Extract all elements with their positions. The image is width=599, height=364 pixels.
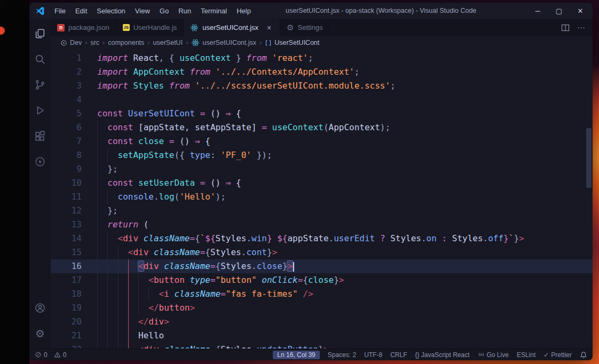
token: < <box>118 233 123 243</box>
activity-extensions-icon[interactable] <box>29 123 51 149</box>
code-line[interactable]: 4 <box>51 93 593 107</box>
status-spaces-2[interactable]: Spaces: 2 <box>328 351 356 359</box>
menu-item-file[interactable]: File <box>50 5 70 17</box>
breadcrumb-item-src[interactable]: src <box>89 39 100 46</box>
status-javascript-react[interactable]: {} JavaScript React <box>415 351 469 359</box>
code-line[interactable]: 18 <i className="fas fa-times" /> <box>51 287 593 301</box>
status-0[interactable]: 0 <box>54 351 67 359</box>
status-go-live[interactable]: Go Live <box>478 351 509 359</box>
bell-icon <box>580 351 587 359</box>
tab-userhandle-js[interactable]: JSUserHandle.js <box>116 19 184 36</box>
code-line[interactable]: 22 <div className={Styles.updateButton}> <box>51 343 593 349</box>
code-line[interactable]: 15 <div className={Styles.cont}> <box>51 246 593 259</box>
status-bell-icon[interactable] <box>580 351 587 359</box>
scrollbar[interactable] <box>585 49 593 349</box>
menu-item-view[interactable]: View <box>131 5 154 17</box>
code-line[interactable]: 2import AppContext from '../../Contexts/… <box>51 65 593 79</box>
activity-files-icon[interactable] <box>29 21 51 46</box>
code-area: 1import React, { useContext } from 'reac… <box>51 51 593 349</box>
token: . <box>329 233 334 243</box>
token: : <box>210 150 220 160</box>
minimize-button[interactable]: ─ <box>531 7 545 15</box>
indent-guide <box>128 287 129 301</box>
menu-item-edit[interactable]: Edit <box>71 5 91 17</box>
code-line[interactable]: 11 console.log('Hello'); <box>51 190 593 204</box>
indent-guide <box>118 259 119 273</box>
token <box>97 178 107 188</box>
code-line[interactable]: 12 }; <box>51 204 593 218</box>
status-0[interactable]: 0 <box>35 351 48 359</box>
token: < <box>148 275 154 285</box>
line-number: 17 <box>51 273 90 287</box>
code-line[interactable]: 17 <button type="button" onClick={close}… <box>51 273 593 287</box>
token: = <box>210 275 216 285</box>
code-line[interactable]: 7 const close = () ⇒ { <box>51 134 593 148</box>
code-line[interactable]: 13 return ( <box>51 218 593 232</box>
menu-item-terminal[interactable]: Terminal <box>196 5 231 17</box>
breadcrumb-item-usersetuicont[interactable]: UserSetUICont <box>264 39 320 46</box>
status-eslint[interactable]: ESLint <box>517 351 535 359</box>
menu-item-help[interactable]: Help <box>232 5 255 17</box>
code-line[interactable]: 16 <div className={Styles.close}> <box>51 259 593 273</box>
token: "button" <box>216 275 257 285</box>
breadcrumb-item-dev[interactable]: Dev <box>59 39 83 46</box>
breadcrumb-item-usersetuicont-jsx[interactable]: userSetUICont.jsx <box>190 38 257 47</box>
status-ln-16-col-39[interactable]: Ln 16, Col 39 <box>273 351 319 359</box>
status-utf-8[interactable]: UTF-8 <box>364 351 382 359</box>
breadcrumb-item-usersetui[interactable]: userSetUI <box>152 39 184 46</box>
code-line[interactable]: 21 Hello <box>51 329 593 343</box>
code-line[interactable]: 1import React, { useContext } from 'reac… <box>51 51 593 65</box>
tab-package-json[interactable]: npackage.json <box>51 19 116 36</box>
code-line[interactable]: 19 </button> <box>51 301 593 315</box>
line-content: import React, { useContext } from 'react… <box>90 51 593 65</box>
tab-usersetuicont-jsx[interactable]: userSetUICont.jsx✕ <box>184 19 280 36</box>
status-label: 0 <box>44 351 48 359</box>
status-label: UTF-8 <box>364 351 382 359</box>
activity-account-icon[interactable] <box>29 295 51 321</box>
code-line[interactable]: 5const UserSetUICont = () ⇒ { <box>51 107 593 121</box>
line-content: }; <box>90 162 593 176</box>
status-label: ESLint <box>517 351 535 359</box>
token: appState <box>287 233 328 243</box>
token: ? <box>375 233 390 243</box>
activity-thunder-icon[interactable] <box>29 149 51 175</box>
breadcrumb-separator: › <box>259 39 262 46</box>
token: { <box>231 178 241 188</box>
token: . <box>246 233 251 243</box>
code-line[interactable]: 10 const setUserData = () ⇒ { <box>51 176 593 190</box>
line-content <box>90 93 593 107</box>
more-actions-icon[interactable]: ⋯ <box>577 23 585 31</box>
status-prettier[interactable]: ✓Prettier <box>543 351 572 359</box>
line-number: 8 <box>51 148 90 162</box>
code-line[interactable]: 9 }; <box>51 162 593 176</box>
menu-item-selection[interactable]: Selection <box>92 5 129 17</box>
activity-search-icon[interactable] <box>29 46 51 72</box>
menu-item-go[interactable]: Go <box>155 5 173 17</box>
close-button[interactable]: ✕ <box>573 7 587 15</box>
code-line[interactable]: 20 </div> <box>51 315 593 329</box>
split-editor-icon[interactable] <box>561 23 570 32</box>
menu-item-run[interactable]: Run <box>174 5 195 17</box>
npm-icon: n <box>57 24 65 31</box>
code-editor[interactable]: 1import React, { useContext } from 'reac… <box>51 49 593 349</box>
activity-settings-gear-icon[interactable]: ⚙ <box>29 321 51 346</box>
code-line[interactable]: 6 const [appState, setAppState] = useCon… <box>51 121 593 134</box>
tab-settings[interactable]: ⚙Settings <box>280 19 329 36</box>
status-crlf[interactable]: CRLF <box>390 351 407 359</box>
activity-source-control-icon[interactable] <box>29 72 51 98</box>
indent-guide <box>118 343 119 349</box>
scrollbar-thumb[interactable] <box>586 128 592 188</box>
react-icon <box>191 38 200 47</box>
code-line[interactable]: 3import Styles from '../../scss/userSetU… <box>51 79 593 93</box>
tab-close-icon[interactable]: ✕ <box>265 23 273 32</box>
breadcrumb-item-components[interactable]: components <box>107 39 145 46</box>
status-label: CRLF <box>390 351 407 359</box>
code-line[interactable]: 8 setAppState({ type: 'PF_0' }); <box>51 148 593 162</box>
code-line[interactable]: 14 <div className={`${Styles.win} ${appS… <box>51 232 593 246</box>
activity-run-debug-icon[interactable] <box>29 98 51 123</box>
token: { <box>205 247 210 257</box>
token: { <box>200 136 210 146</box>
indent-guide <box>107 329 108 343</box>
indent-guide <box>97 218 98 232</box>
maximize-button[interactable]: ▢ <box>552 7 566 15</box>
